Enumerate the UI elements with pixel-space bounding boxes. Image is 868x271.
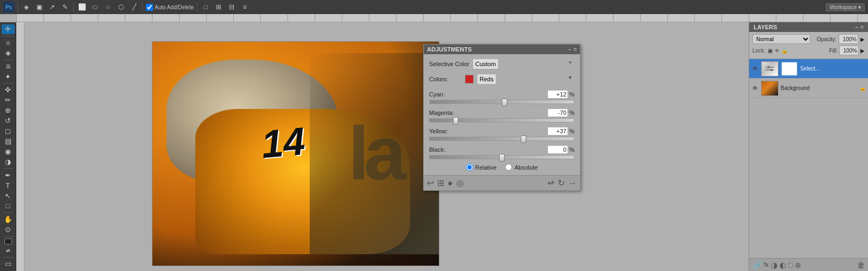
align-icon[interactable]: ≡ [240,2,250,12]
stamp-tool[interactable]: ⊕ [2,106,15,115]
fill-expand-btn[interactable]: ▶ [860,48,865,54]
ruler-marks [16,14,868,22]
auto-add-delete-checkbox[interactable] [146,4,153,11]
layers-title: LAYERS [754,24,777,30]
lock-all-btn[interactable]: 🔒 [781,48,788,54]
color-swatch-red [465,75,474,83]
eraser-tool[interactable]: ◻ [2,126,15,136]
lock-pixels-btn[interactable]: ▣ [768,48,773,54]
layers-link-btn[interactable]: 🔗 [752,261,762,269]
layers-menu-btn[interactable]: = [860,24,864,30]
brush-tool[interactable]: ✏ [2,95,15,105]
yellow-percent: % [569,128,575,134]
adjustments-menu-btn[interactable]: = [573,47,577,53]
opacity-value[interactable]: 100% [839,34,858,44]
marquee-tool-icon[interactable]: ▣ [34,2,44,12]
absolute-radio-label[interactable]: Absolute [505,164,538,171]
yellow-slider-row: Yellow: +37 % [429,127,575,141]
adjustments-header-buttons: – = [569,47,577,53]
move-tool[interactable]: ✛ [2,24,15,34]
adj-eye-btn[interactable]: ● [448,178,453,188]
layers-group-btn[interactable]: □ [788,261,793,269]
layer-eye-background[interactable]: 👁 [751,85,759,92]
auto-add-delete-label[interactable]: Auto Add/Delete [146,4,194,11]
adj-reset-btn[interactable]: ↩ [427,178,434,188]
adj-redo-btn[interactable]: ↻ [558,178,565,188]
pen-tool-icon[interactable]: ✎ [60,2,70,12]
layer-thumb-background [761,81,778,96]
adj-view-btn[interactable]: ⊞ [437,178,444,188]
yellow-track[interactable] [429,137,575,141]
blur-tool[interactable]: ◉ [2,147,15,157]
colors-dropdown[interactable]: Reds [477,74,496,85]
fill-value[interactable]: 100% [839,46,859,55]
black-value[interactable]: 0 [547,145,568,154]
yellow-value-wrap: +37 % [547,127,575,136]
path-select-tool[interactable]: ↖ [2,191,15,201]
opacity-expand-btn[interactable]: ▶ [860,36,865,42]
preset-dropdown[interactable]: Custom [473,59,499,69]
shape-rect-icon[interactable]: ⬜ [77,2,87,12]
shape-tool[interactable]: □ [2,201,15,211]
layers-fx-btn[interactable]: fx [764,262,769,268]
layer-eye-selective[interactable]: 👁 [751,65,759,73]
lock-move-btn[interactable]: ✛ [775,48,779,54]
text-tool[interactable]: T [2,180,15,190]
lasso-tool[interactable]: ⌾ [2,38,15,48]
path-tool-icon[interactable]: ↗ [47,2,57,12]
crop-tool[interactable]: ⧆ [2,61,15,71]
dodge-tool[interactable]: ◑ [2,157,15,167]
eyedropper-tool[interactable]: ✦ [2,72,15,81]
heal-tool[interactable]: ✜ [2,85,15,95]
shape-poly-icon[interactable]: ⬡ [116,2,126,12]
absolute-radio[interactable] [505,164,512,171]
snap-icon[interactable]: □ [201,2,210,12]
layers-minimize-btn[interactable]: – [856,24,859,30]
magic-wand-tool[interactable]: ◈ [2,48,15,58]
toolbar-separator-1 [17,2,18,12]
cyan-thumb[interactable] [502,99,507,106]
layers-delete-btn[interactable]: 🗑 [857,261,865,269]
adj-undo-btn[interactable]: ↫ [547,178,554,188]
grid-icon[interactable]: ⊞ [214,2,224,12]
magenta-track[interactable] [429,118,575,122]
cyan-track[interactable] [429,100,575,104]
selective-color-row: Selective Color Custom [429,59,575,69]
cyan-value[interactable]: +12 [547,90,568,99]
swap-colors[interactable]: ⇄ [2,246,15,255]
select-tool-icon[interactable]: ◈ [21,2,31,12]
adj-mask-btn[interactable]: ◎ [456,178,464,188]
layers-mask-btn[interactable]: ◑ [771,261,777,269]
yellow-value[interactable]: +37 [547,127,568,136]
black-thumb[interactable] [499,154,505,162]
distribute-icon[interactable]: ⊟ [227,2,237,12]
adj-delete-btn[interactable]: → [568,178,577,188]
black-track[interactable] [429,155,575,159]
magenta-value[interactable]: -70 [547,108,568,117]
history-tool[interactable]: ↺ [2,116,15,126]
workspace-button[interactable]: Workspace ▾ [826,3,865,11]
shape-round-icon[interactable]: ⬭ [90,2,100,12]
relative-radio-label[interactable]: Relative [466,164,497,171]
bg-letters: la [310,53,439,255]
layer-thumb-selective [761,61,778,76]
layers-adj-btn[interactable]: ◐ [780,261,786,269]
blend-mode-dropdown[interactable]: Normal [752,34,810,44]
magenta-thumb[interactable] [453,117,458,125]
layer-item-background[interactable]: 👁 Background 🔒 [749,79,868,98]
magenta-label-row: Magenta: -70 % [429,108,575,117]
hand-tool[interactable]: ✋ [2,215,15,224]
color-fg[interactable] [4,238,12,244]
gradient-tool[interactable]: ▤ [2,137,15,146]
screen-mode[interactable]: ▭ [2,259,15,269]
canvas-area: 14 la ADJUSTMENTS – = Selective Color [16,22,749,271]
shape-ellipse-icon[interactable]: ○ [103,2,113,12]
line-tool-icon[interactable]: ╱ [129,2,139,12]
pen-tool[interactable]: ✒ [2,170,15,180]
layers-new-btn[interactable]: ⊕ [795,261,801,269]
relative-radio[interactable] [466,164,473,171]
layer-item-selective[interactable]: 👁 Select... [749,59,868,79]
yellow-thumb[interactable] [521,136,526,143]
adjustments-minimize-btn[interactable]: – [569,47,572,53]
zoom-tool[interactable]: ⊙ [2,225,15,235]
